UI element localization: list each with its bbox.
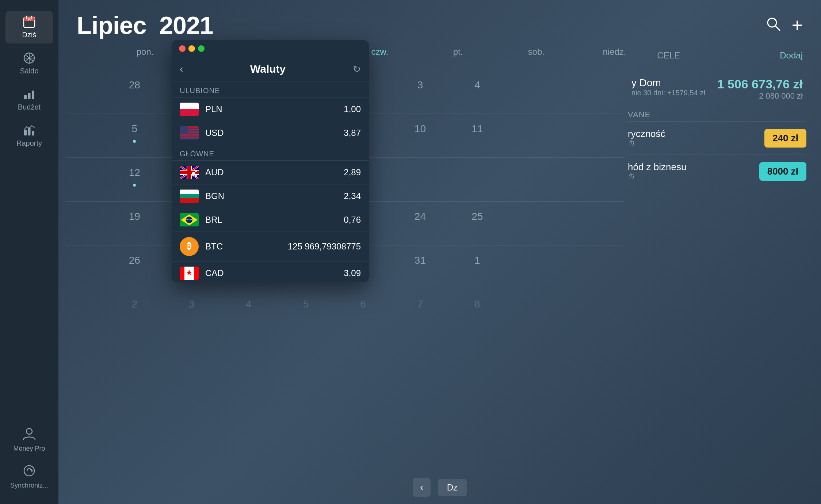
svg-rect-11 [28, 93, 31, 99]
sidebar-item-dzis[interactable]: 16 Dziś [5, 11, 53, 43]
svg-rect-12 [32, 91, 34, 99]
currency-rate-usd: 3,87 [344, 128, 361, 138]
sync-icon [22, 463, 37, 480]
budget-icon [23, 88, 36, 101]
calendar-icon: 16 [23, 15, 36, 28]
currency-rate-cad: 3,09 [344, 268, 361, 278]
svg-rect-14 [28, 127, 31, 135]
svg-rect-15 [32, 131, 34, 135]
balance-icon [23, 51, 36, 65]
flag-brl [180, 213, 199, 226]
svg-rect-13 [24, 130, 27, 135]
modal-scroll-content: ULUBIONE PLN 1,00 [172, 81, 369, 282]
sidebar-item-saldo-label: Saldo [20, 67, 38, 75]
person-icon [22, 427, 37, 443]
svg-point-38 [195, 175, 197, 177]
currency-item-btc[interactable]: ₿ BTC 125 969,79308775 [172, 232, 369, 261]
currency-rate-pln: 1,00 [344, 104, 361, 114]
traffic-light-green[interactable] [198, 45, 205, 52]
sidebar-item-money-pro-label: Money Pro [13, 445, 45, 453]
currency-item-bgn[interactable]: BGN 2,34 [172, 184, 369, 208]
modal-refresh-button[interactable]: ↻ [353, 64, 361, 75]
sidebar-bottom: Money Pro Synchroniz... [0, 423, 58, 504]
svg-point-36 [192, 172, 195, 176]
traffic-light-yellow[interactable] [188, 45, 195, 52]
modal-title: Waluty [183, 63, 353, 75]
sidebar-item-budzet-label: Budżet [18, 103, 41, 111]
svg-rect-10 [24, 95, 27, 99]
modal-title-bar [172, 40, 369, 57]
flag-pln [180, 103, 199, 116]
favorites-section-label: ULUBIONE [172, 81, 369, 97]
currency-code-bgn: BGN [205, 191, 344, 201]
traffic-light-red[interactable] [179, 45, 186, 52]
svg-text:₿: ₿ [187, 241, 191, 251]
svg-rect-44 [194, 267, 199, 280]
sidebar-item-budzet[interactable]: Budżet [5, 83, 53, 116]
currency-code-cad: CAD [205, 268, 344, 278]
svg-text:16: 16 [27, 17, 31, 21]
modal-back-button[interactable]: ‹ [180, 63, 183, 75]
main-content: Lipiec 2021 + pon. wt. śr. czw. pt. sob.… [58, 0, 821, 504]
currency-rate-btc: 125 969,79308775 [288, 241, 361, 252]
currency-item-brl[interactable]: BRL 0,76 [172, 208, 369, 232]
currency-rate-brl: 0,76 [344, 215, 361, 225]
currency-rate-aud: 2,89 [344, 167, 361, 177]
svg-point-37 [195, 170, 197, 172]
flag-bgn [180, 190, 199, 203]
sidebar-item-synchroniz[interactable]: Synchroniz... [5, 460, 53, 493]
sidebar: 16 Dziś Saldo Budżet [0, 0, 58, 504]
currency-code-aud: AUD [205, 167, 344, 177]
svg-rect-25 [180, 137, 199, 138]
svg-rect-43 [180, 267, 184, 280]
currency-modal: ‹ Waluty ↻ ULUBIONE PLN 1,00 [172, 40, 369, 282]
sidebar-item-raporty-label: Raporty [16, 139, 42, 148]
sidebar-item-money-pro[interactable]: Money Pro [5, 423, 53, 456]
flag-aud [180, 166, 199, 179]
modal-header: ‹ Waluty ↻ [172, 57, 369, 81]
currency-code-brl: BRL [205, 215, 344, 225]
currency-item-aud[interactable]: AUD 2,89 [172, 160, 369, 184]
currency-code-btc: BTC [205, 241, 288, 252]
flag-cad [180, 267, 199, 280]
flag-usd [180, 126, 199, 140]
sidebar-item-saldo[interactable]: Saldo [5, 47, 53, 80]
main-section-label: GŁÓWNE [172, 145, 369, 160]
currency-code-pln: PLN [205, 104, 344, 114]
svg-point-16 [26, 428, 32, 434]
sidebar-item-dzis-label: Dziś [22, 31, 37, 39]
currency-item-pln[interactable]: PLN 1,00 [172, 97, 369, 121]
currency-item-usd[interactable]: USD 3,87 [172, 121, 369, 145]
currency-code-usd: USD [205, 128, 344, 138]
currency-rate-bgn: 2,34 [344, 191, 361, 201]
sidebar-item-synchroniz-label: Synchroniz... [10, 482, 48, 489]
svg-rect-24 [180, 134, 199, 136]
modal-overlay: ‹ Waluty ↻ ULUBIONE PLN 1,00 [58, 0, 821, 504]
flag-btc: ₿ [180, 237, 199, 256]
svg-rect-26 [180, 126, 188, 134]
sidebar-item-raporty[interactable]: Raporty [5, 119, 53, 152]
currency-item-cad[interactable]: CAD 3,09 [172, 261, 369, 282]
reports-icon [23, 124, 36, 137]
